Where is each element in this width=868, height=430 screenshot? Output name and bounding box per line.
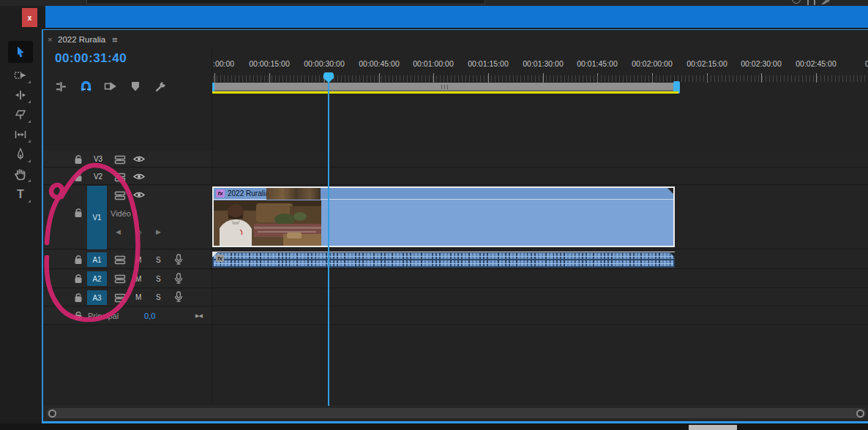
sync-lock-icon[interactable] bbox=[113, 293, 127, 303]
track-lane-a3[interactable] bbox=[212, 289, 868, 306]
bottom-strip bbox=[0, 423, 868, 430]
waveform-right-channel bbox=[214, 260, 673, 266]
linked-selection-button[interactable] bbox=[102, 78, 119, 94]
scrollbar-handle-right[interactable] bbox=[856, 410, 864, 418]
solo-button[interactable]: S bbox=[156, 293, 161, 301]
ruler-tick-label: 00:01:30:00 bbox=[523, 59, 563, 68]
pen-tool[interactable] bbox=[8, 145, 33, 164]
ruler-tick-label: 00:00:15:00 bbox=[249, 59, 289, 68]
clip-thumbnail bbox=[214, 200, 321, 246]
ruler-tick-label: :00:00 bbox=[213, 59, 234, 68]
add-keyframe-icon[interactable]: ◇ bbox=[135, 227, 141, 237]
audio-clip[interactable]: fx bbox=[212, 252, 675, 268]
work-area-bar[interactable] bbox=[212, 91, 678, 94]
lock-icon[interactable] bbox=[74, 154, 83, 165]
circle-icon bbox=[792, 0, 801, 4]
zoom-grip-icon[interactable] bbox=[441, 85, 449, 89]
track-target-a3[interactable]: A3 bbox=[87, 290, 107, 305]
lock-icon[interactable] bbox=[74, 274, 83, 284]
add-marker-button[interactable] bbox=[127, 78, 143, 94]
master-volume-value[interactable]: 0,0 bbox=[144, 312, 155, 320]
waveform-left-channel bbox=[214, 253, 673, 259]
eye-icon[interactable] bbox=[132, 154, 146, 164]
pen-icon bbox=[821, 0, 830, 4]
solo-button[interactable]: S bbox=[156, 256, 161, 264]
screenshot-root: x T × 2022 Ruralia ≡ bbox=[0, 0, 868, 430]
microphone-icon[interactable] bbox=[173, 273, 184, 284]
snap-magnet-icon bbox=[80, 80, 92, 93]
pen-tool-icon bbox=[14, 148, 27, 161]
window-titlebar[interactable] bbox=[45, 6, 868, 28]
track-lane-v3[interactable] bbox=[212, 151, 868, 167]
eye-icon[interactable] bbox=[132, 190, 146, 200]
mute-button[interactable]: M bbox=[135, 293, 141, 301]
track-select-forward-tool[interactable] bbox=[8, 66, 33, 85]
track-row-a2: A2 M S bbox=[43, 270, 868, 288]
timeline-settings-button[interactable] bbox=[152, 78, 168, 94]
ruler-tick-label: 00:00:30:00 bbox=[304, 59, 344, 68]
insert-nest-icon bbox=[55, 80, 67, 93]
playhead-timecode[interactable]: 00:00:31:40 bbox=[55, 51, 127, 66]
microphone-icon[interactable] bbox=[173, 254, 184, 265]
track-target-v1[interactable]: V1 bbox=[87, 186, 107, 249]
mute-button[interactable]: M bbox=[135, 275, 141, 283]
top-strip bbox=[0, 0, 868, 6]
track-row-a3: A3 M S bbox=[43, 289, 868, 306]
type-tool[interactable]: T bbox=[8, 185, 33, 204]
close-button[interactable]: x bbox=[22, 8, 37, 27]
track-target-a2[interactable]: A2 bbox=[87, 271, 107, 286]
track-target-a1[interactable]: A1 bbox=[87, 252, 107, 267]
ruler-minor-ticks bbox=[213, 75, 868, 82]
master-track-label[interactable]: Principal bbox=[88, 312, 119, 320]
track-lane-v2[interactable] bbox=[212, 168, 868, 184]
sync-lock-icon[interactable] bbox=[113, 274, 127, 284]
insert-nest-button[interactable] bbox=[53, 78, 69, 94]
bars-icon bbox=[814, 0, 815, 5]
solo-button[interactable]: S bbox=[156, 275, 161, 283]
mute-button[interactable]: M bbox=[135, 256, 141, 264]
sync-lock-icon[interactable] bbox=[113, 190, 127, 200]
hand-tool[interactable] bbox=[8, 165, 33, 184]
lock-icon[interactable] bbox=[74, 208, 83, 218]
scrollbar-thumb[interactable] bbox=[47, 408, 866, 418]
ripple-edit-icon bbox=[14, 88, 27, 102]
track-target-v3[interactable]: V3 bbox=[89, 155, 107, 163]
tools-panel: T bbox=[0, 29, 42, 430]
slip-tool[interactable] bbox=[8, 125, 33, 144]
track-target-v2[interactable]: V2 bbox=[89, 173, 107, 181]
ruler-tick-label: 00:02:00:00 bbox=[632, 59, 672, 68]
sync-lock-icon[interactable] bbox=[113, 254, 127, 265]
snap-button[interactable] bbox=[78, 78, 94, 94]
sync-lock-icon[interactable] bbox=[113, 154, 127, 165]
tab-close-icon[interactable]: × bbox=[48, 35, 52, 44]
eye-icon[interactable] bbox=[132, 172, 146, 181]
tab-title[interactable]: 2022 Ruralia bbox=[58, 35, 105, 44]
razor-tool[interactable] bbox=[8, 105, 33, 124]
track-name-label[interactable]: Vidéo 1 bbox=[111, 209, 138, 218]
zoom-scrollbar[interactable] bbox=[214, 83, 673, 91]
ruler-tick-label: 00:01:00:00 bbox=[413, 59, 453, 68]
clip-end-notch-icon bbox=[667, 188, 673, 194]
track-lane-master[interactable] bbox=[212, 307, 868, 324]
lock-icon[interactable] bbox=[74, 293, 83, 303]
ripple-edit-tool[interactable] bbox=[8, 86, 33, 105]
sync-lock-icon[interactable] bbox=[113, 172, 127, 182]
track-lane-a2[interactable] bbox=[212, 270, 868, 287]
selection-tool[interactable] bbox=[8, 41, 33, 63]
razor-icon bbox=[14, 108, 27, 121]
next-keyframe-icon[interactable]: ▶ bbox=[156, 228, 161, 235]
lock-icon[interactable] bbox=[74, 254, 83, 265]
horizontal-scrollbar[interactable] bbox=[43, 405, 868, 422]
fit-track-icon[interactable]: ▶◀ bbox=[195, 313, 202, 319]
panel-menu-icon[interactable]: ≡ bbox=[112, 34, 119, 45]
track-row-v3: V3 bbox=[43, 151, 868, 167]
lock-icon[interactable] bbox=[74, 172, 83, 182]
bars-icon bbox=[807, 0, 809, 5]
microphone-icon[interactable] bbox=[173, 291, 184, 303]
lock-icon[interactable] bbox=[74, 311, 83, 321]
prev-keyframe-icon[interactable]: ◀ bbox=[116, 228, 121, 235]
ruler-tick-label: 00:01:45:00 bbox=[577, 59, 617, 68]
type-tool-icon: T bbox=[17, 188, 24, 201]
video-clip[interactable]: fx 2022 Ruralia.MP4 [V] bbox=[212, 186, 675, 247]
scrollbar-handle-left[interactable] bbox=[48, 410, 56, 418]
